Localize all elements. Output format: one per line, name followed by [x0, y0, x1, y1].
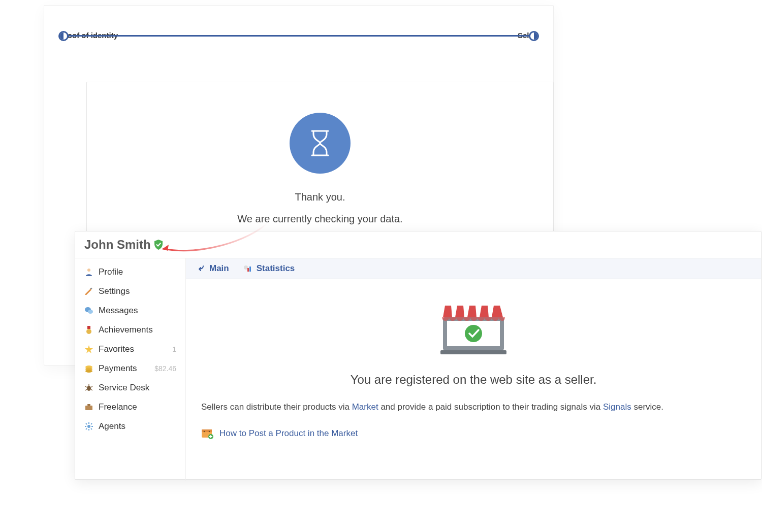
svg-point-22: [204, 431, 205, 433]
progress-node-selfie: [529, 31, 539, 41]
sidebar-item-settings[interactable]: Settings: [75, 282, 185, 301]
svg-point-19: [465, 325, 482, 342]
verified-shield-icon: [154, 240, 163, 250]
sidebar-item-messages[interactable]: Messages: [75, 301, 185, 320]
package-plus-icon: [201, 428, 213, 439]
sidebar-item-label: Favorites: [99, 344, 134, 354]
svg-rect-15: [249, 267, 251, 272]
svg-point-9: [87, 386, 91, 391]
pending-message-checking: We are currently checking your data.: [87, 213, 553, 225]
profile-panel: John Smith Profile Settings Messages Ach…: [75, 231, 761, 480]
seller-desc-part3: service.: [631, 402, 663, 412]
svg-rect-21: [202, 429, 212, 432]
sidebar-item-label: Settings: [99, 286, 130, 296]
svg-rect-18: [440, 350, 506, 354]
svg-rect-4: [87, 326, 90, 329]
svg-point-12: [87, 425, 90, 428]
sidebar-item-label: Messages: [99, 306, 138, 316]
star-icon: [84, 345, 93, 354]
bug-icon: [84, 383, 93, 392]
sidebar: Profile Settings Messages Achievements F…: [75, 258, 186, 481]
svg-rect-10: [85, 406, 92, 410]
link-market[interactable]: Market: [352, 402, 378, 412]
svg-point-23: [209, 431, 210, 433]
tab-main-label: Main: [209, 263, 229, 274]
chart-icon: [243, 264, 252, 273]
seller-desc-part1: Sellers can distribute their products vi…: [201, 402, 352, 412]
sidebar-item-label: Payments: [99, 363, 137, 374]
tab-main[interactable]: Main: [196, 263, 229, 274]
svg-point-0: [87, 269, 90, 272]
sidebar-item-label: Service Desk: [99, 383, 149, 393]
sidebar-item-agents[interactable]: Agents: [75, 417, 185, 436]
svg-point-5: [86, 329, 91, 334]
pencil-icon: [84, 287, 93, 296]
person-icon: [84, 268, 93, 277]
profile-name: John Smith: [84, 238, 151, 252]
tab-stats-label: Statistics: [257, 263, 295, 274]
shop-illustration: [438, 300, 509, 357]
howto-row: How to Post a Product in the Market: [201, 428, 746, 439]
svg-point-8: [85, 370, 92, 373]
sidebar-item-label: Freelance: [99, 402, 137, 412]
progress-bar: Proof of identity Selfie: [59, 31, 538, 40]
sidebar-item-favorites[interactable]: Favorites 1: [75, 340, 185, 359]
coins-icon: [84, 364, 93, 373]
link-howto-post[interactable]: How to Post a Product in the Market: [219, 428, 358, 439]
briefcase-icon: [84, 403, 93, 412]
sidebar-item-label: Agents: [99, 421, 125, 431]
profile-header: John Smith: [75, 231, 761, 258]
medal-icon: [84, 325, 93, 335]
seller-description: Sellers can distribute their products vi…: [201, 400, 746, 414]
sidebar-item-servicedesk[interactable]: Service Desk: [75, 378, 185, 397]
sidebar-item-freelance[interactable]: Freelance: [75, 397, 185, 417]
svg-rect-14: [247, 268, 249, 272]
seller-desc-part2: and provide a paid subscription to their…: [378, 402, 603, 412]
sidebar-item-label: Profile: [99, 267, 123, 277]
sidebar-item-payments[interactable]: Payments $82.46: [75, 359, 185, 378]
back-arrow-icon: [196, 264, 205, 273]
sidebar-item-achievements[interactable]: Achievements: [75, 320, 185, 340]
svg-point-13: [244, 265, 248, 270]
progress-node-identity: [58, 31, 69, 41]
sidebar-item-label: Achievements: [99, 325, 153, 335]
favorites-count-badge: 1: [172, 345, 176, 353]
link-signals[interactable]: Signals: [603, 402, 631, 412]
sidebar-item-profile[interactable]: Profile: [75, 262, 185, 282]
tabs-bar: Main Statistics: [186, 258, 761, 279]
tab-statistics[interactable]: Statistics: [243, 263, 295, 274]
hourglass-icon: [290, 113, 351, 174]
pending-message-thankyou: Thank you.: [87, 191, 553, 203]
payments-balance-badge: $82.46: [154, 364, 176, 373]
svg-rect-11: [87, 404, 90, 406]
seller-title: You are registered on the web site as a …: [201, 373, 746, 387]
chat-icon: [84, 306, 93, 315]
content-area: Main Statistics: [186, 258, 761, 481]
svg-point-3: [88, 310, 93, 314]
gear-icon: [84, 422, 93, 431]
